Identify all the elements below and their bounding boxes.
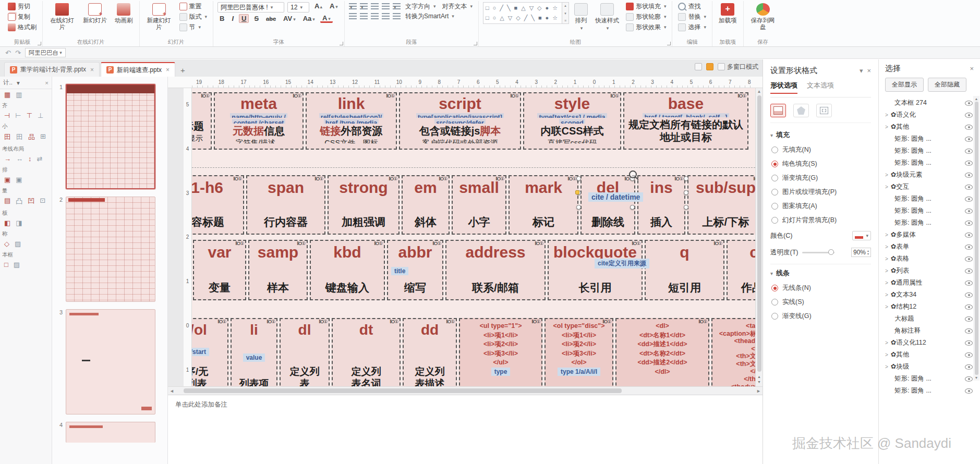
expand-arrow-icon[interactable]: > (885, 184, 888, 190)
visibility-eye-icon[interactable] (965, 352, 973, 358)
shape-tool-icon[interactable]: ╱ (500, 5, 503, 11)
shape-card-base[interactable]: ‖O①basehref / target[_blank/_self...]规定文… (623, 92, 748, 150)
tool-icon[interactable]: ▥ (16, 91, 22, 99)
slide-canvas[interactable]: ‖O①title定义网页标题浏览器标签栏显示‖O①metaname/http-e… (192, 88, 755, 386)
shape-card-ul/ol[interactable]: ‖O①ul/oltype/start有序/无序列表 (192, 318, 228, 386)
tool-icon[interactable]: ▣ (4, 176, 10, 184)
effects-icon[interactable] (793, 104, 809, 117)
visibility-eye-icon[interactable] (965, 197, 973, 202)
layer-item[interactable]: >✿文本34 (879, 289, 973, 301)
shape-tool-icon[interactable]: ╲ (507, 5, 511, 11)
layer-item[interactable]: 文本框 274 (879, 97, 973, 109)
visibility-eye-icon[interactable] (965, 304, 973, 310)
visibility-eye-icon[interactable] (965, 268, 973, 274)
layer-item[interactable]: 矩形: 圆角 ... (879, 385, 973, 397)
shape-tool-icon[interactable]: △ (500, 15, 504, 21)
layer-item[interactable]: >✿列表 (879, 265, 973, 277)
radio-option[interactable]: 图案填充(A) (770, 199, 871, 213)
shape-card-cite[interactable]: ‖O①cite作品标题 (727, 240, 755, 300)
tool-icon[interactable]: □ (4, 261, 8, 268)
dialog-launcher-icon[interactable] (667, 42, 671, 45)
shape-tool-icon[interactable]: □ (486, 5, 489, 11)
scrollbar-thumb[interactable] (184, 388, 622, 393)
tool-icon[interactable]: ⇄ (37, 155, 43, 163)
resize-handle[interactable] (576, 205, 581, 210)
visibility-eye-icon[interactable] (965, 376, 973, 382)
increase-indent-icon[interactable] (382, 3, 390, 10)
tool-icon[interactable]: 品 (28, 132, 35, 142)
cut-button[interactable]: 剪切 (6, 2, 38, 11)
fill-line-icon[interactable] (770, 104, 786, 117)
layer-item[interactable]: >✿语义化112 (879, 337, 973, 349)
vertical-ruler[interactable]: 5432101 (184, 88, 192, 386)
shape-tool-icon[interactable]: ○ (493, 15, 497, 21)
close-icon[interactable]: × (45, 80, 49, 86)
visibility-eye-icon[interactable] (965, 364, 973, 370)
shape-tool-icon[interactable]: ▽ (508, 15, 512, 21)
replace-button[interactable]: 替换 (676, 13, 708, 21)
close-tab-icon[interactable]: × (90, 66, 94, 74)
addons-button[interactable]: 加载项 (717, 2, 739, 25)
code-snippet-card[interactable]: ‖O①<ul type="1"><li>项1</li><li>项2</li><l… (459, 318, 542, 386)
shape-effects-button[interactable]: 形状效果 (624, 23, 668, 32)
redo-button[interactable]: ↷ (15, 49, 21, 57)
shape-tool-icon[interactable]: ☆ (552, 5, 558, 11)
color-picker-button[interactable] (852, 231, 871, 240)
code-snippet-card[interactable]: ‖O①<table><caption>标题</caption><thead> 标… (711, 318, 755, 386)
shape-card-abbr[interactable]: ‖O①abbrtitle缩写 (387, 240, 443, 300)
layer-item[interactable]: 矩形: 圆角 ... (879, 373, 973, 385)
radio-icon[interactable] (771, 299, 778, 306)
tab-document-2[interactable]: P 新前端速查.pptx × (101, 62, 175, 77)
radio-option[interactable]: 渐变线(G) (770, 309, 871, 323)
chevron-down-icon[interactable]: ▾ (860, 67, 863, 75)
arrange-button[interactable]: 排列 (572, 2, 590, 32)
shape-card-dd[interactable]: ‖O①dd定义列表描述 (403, 318, 457, 386)
collapse-arrow-icon[interactable]: ▾ (770, 132, 773, 138)
underline-button[interactable]: U (239, 14, 249, 23)
undo-button[interactable]: ↶ (5, 49, 11, 57)
expand-arrow-icon[interactable]: > (885, 280, 888, 286)
shape-tool-icon[interactable]: ● (546, 5, 549, 11)
tab-text-options[interactable]: 文本选项 (807, 81, 834, 94)
selected-textbox[interactable]: cite / datetime (588, 192, 643, 202)
layout-button[interactable]: 版式 (178, 13, 209, 21)
shape-card-dt[interactable]: ‖O①dt定义列表名词 (332, 318, 401, 386)
shape-card-strong[interactable]: ‖O①strong加粗强调 (328, 175, 400, 235)
scrollbar-thumb[interactable] (975, 102, 978, 375)
layer-item[interactable]: 矩形: 圆角 ... (879, 145, 973, 157)
radio-option[interactable]: 渐变填充(G) (770, 171, 871, 185)
multi-window-button[interactable]: 多窗口模式 (718, 63, 758, 71)
char-spacing-button[interactable]: AV (281, 15, 298, 22)
scroll-right-icon[interactable]: ► (756, 388, 761, 394)
layer-item[interactable]: >✿语义化 (879, 109, 973, 121)
shape-card-q[interactable]: ‖O①q短引用 (645, 240, 724, 300)
visibility-eye-icon[interactable] (965, 221, 973, 226)
layer-item[interactable]: 角标注释 (879, 325, 973, 337)
dialog-launcher-icon[interactable] (38, 42, 41, 45)
tool-icon[interactable]: ⊤ (27, 112, 32, 119)
shape-tool-icon[interactable]: ╲ (531, 15, 535, 21)
selection-box[interactable]: cite / datetime (579, 179, 686, 207)
shape-card-small[interactable]: ‖O①small小字 (452, 175, 506, 235)
shapes-gallery[interactable]: □○╱╲■△▽◇●☆□○△▽◇╱╲■●☆ (483, 2, 562, 24)
tab-document-1[interactable]: P 重学前端计划-背景.pptx × (4, 62, 100, 77)
shape-card-script[interactable]: ‖O①scripttype[application/javascript]src… (399, 92, 521, 150)
tool-icon[interactable]: 田 (16, 132, 23, 142)
shape-tool-icon[interactable]: ☆ (552, 15, 558, 21)
radio-icon[interactable] (771, 285, 778, 291)
decrease-indent-icon[interactable] (371, 3, 379, 10)
save-to-cloud-button[interactable]: 保存到网盘 (748, 2, 778, 32)
layer-item[interactable]: 矩形: 圆角 ... (879, 133, 973, 145)
tool-icon[interactable]: ⊢ (15, 112, 21, 119)
reset-slide-button[interactable]: 重置 (178, 2, 209, 11)
radio-option[interactable]: 幻灯片背景填充(B) (770, 213, 871, 227)
numbering-icon[interactable] (360, 3, 368, 10)
shape-tool-icon[interactable]: ○ (493, 5, 497, 11)
hide-all-button[interactable]: 全部隐藏 (928, 78, 966, 92)
shape-card-blockquote[interactable]: ‖O①blockquotecite定义引用来源长引用 (548, 240, 643, 300)
radio-icon[interactable] (771, 175, 778, 181)
shape-tool-icon[interactable]: ● (546, 15, 549, 21)
visibility-eye-icon[interactable] (965, 388, 973, 394)
radio-option[interactable]: 无线条(N) (770, 281, 871, 295)
font-size-select[interactable]: 12 (287, 2, 309, 13)
